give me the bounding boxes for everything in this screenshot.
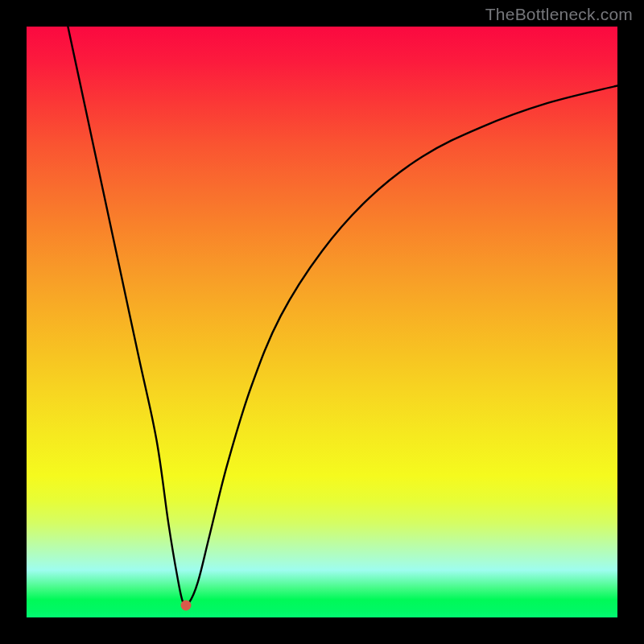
chart-frame: TheBottleneck.com [0,0,644,644]
watermark-text: TheBottleneck.com [485,5,633,24]
optimum-marker [181,601,192,611]
plot-area [27,27,617,617]
bottleneck-curve [27,27,617,617]
